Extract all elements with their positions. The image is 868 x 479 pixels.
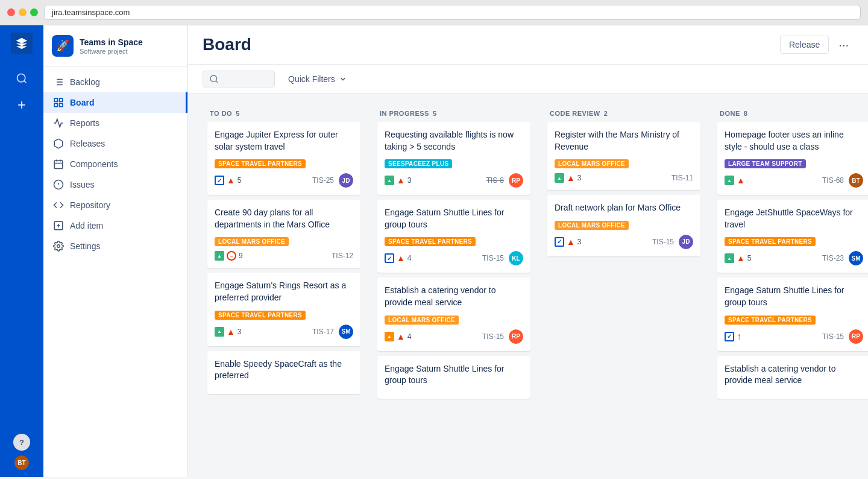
sidebar-item-releases[interactable]: Releases	[43, 133, 187, 154]
card-icons: 9	[215, 251, 243, 261]
header-actions: Release ···	[780, 36, 854, 54]
sidebar-item-reports[interactable]: Reports	[43, 113, 187, 133]
card-tis15c[interactable]: Draft network plan for Mars Office LOCAL…	[547, 195, 700, 256]
assignee-avatar: RP	[509, 329, 523, 344]
column-inprogress: IN PROGRESS 5 Requesting available fligh…	[373, 104, 535, 468]
card-label: LOCAL MARS OFFICE	[215, 237, 289, 246]
card-title: Draft network plan for Mars Office	[555, 202, 693, 214]
card-footer: ▲ 3 TIS-8 RP	[385, 173, 523, 188]
column-done: DONE 8 Homepage footer uses an inline st…	[712, 104, 868, 468]
column-count-inprogress: 5	[433, 110, 436, 117]
maximize-button[interactable]	[30, 8, 38, 16]
sidebar-item-repository[interactable]: Repository	[43, 195, 187, 215]
story-points: 5	[747, 254, 752, 262]
priority-up-icon: ↑	[737, 331, 741, 342]
sidebar-item-settings[interactable]: Settings	[43, 236, 187, 256]
ticket-id: TIS-15	[652, 238, 674, 246]
sidebar-item-board[interactable]: Board	[43, 92, 187, 113]
sidebar-item-add-item[interactable]: Add item	[43, 215, 187, 236]
help-button[interactable]: ?	[13, 434, 30, 451]
app-logo[interactable]	[11, 33, 33, 54]
card-footer: ▲ 5 TIS-23 SM	[725, 251, 863, 265]
svg-rect-11	[60, 104, 63, 107]
card-icons: ▲ 3	[385, 176, 412, 185]
column-count-todo: 5	[236, 110, 239, 117]
story-points: 3	[577, 174, 582, 182]
card-tis15a[interactable]: Engage Saturn Shuttle Lines for group to…	[377, 200, 530, 273]
quick-filters-button[interactable]: Quick Filters	[282, 71, 353, 87]
more-options-button[interactable]: ···	[834, 36, 854, 54]
card-footer: ▲ 4 TIS-15 RP	[385, 329, 523, 344]
story-icon	[385, 332, 394, 341]
chevron-down-icon	[339, 75, 347, 83]
card-shuttle2[interactable]: Engage Saturn Shuttle Lines for group to…	[377, 356, 530, 399]
sidebar-item-issues[interactable]: Issues	[43, 174, 187, 195]
sidebar-label-components: Components	[70, 159, 118, 169]
column-count-codereview: 2	[604, 110, 608, 117]
user-avatar[interactable]: BT	[14, 455, 29, 470]
board-container: TO DO 5 Engage Jupiter Express for outer…	[188, 94, 868, 477]
checkbox-icon	[215, 176, 224, 185]
card-catering2[interactable]: Establish a catering vendor to provide m…	[717, 356, 868, 399]
card-speedy[interactable]: Enable Speedy SpaceCraft as the preferre…	[207, 351, 360, 394]
card-meta: TIS-25 JD	[312, 173, 353, 188]
column-todo: TO DO 5 Engage Jupiter Express for outer…	[203, 104, 365, 468]
card-tis23[interactable]: Engage JetShuttle SpaceWays for travel S…	[717, 200, 868, 273]
story-icon	[385, 176, 394, 185]
card-tis25[interactable]: Engage Jupiter Express for outer solar s…	[207, 122, 360, 195]
column-header-inprogress: IN PROGRESS 5	[373, 104, 535, 122]
sidebar-item-backlog[interactable]: Backlog	[43, 72, 187, 92]
card-tis12[interactable]: Create 90 day plans for all departments …	[207, 200, 360, 268]
rail-add[interactable]	[10, 93, 34, 117]
assignee-avatar: BT	[849, 173, 863, 188]
card-title: Engage JetShuttle SpaceWays for travel	[725, 207, 863, 230]
close-button[interactable]	[7, 8, 15, 16]
traffic-lights	[7, 8, 38, 16]
card-tis8[interactable]: Requesting available flights is now taki…	[377, 122, 530, 195]
priority-high-icon: ▲	[227, 176, 235, 185]
ticket-id: TIS-17	[312, 328, 334, 336]
svg-point-24	[210, 75, 217, 82]
card-icons: ↑	[725, 331, 741, 342]
address-bar[interactable]: jira.teamsinspace.com	[44, 5, 861, 20]
card-meta: TIS-15 RP	[822, 329, 863, 344]
sidebar-item-components[interactable]: Components	[43, 154, 187, 174]
column-title-todo: TO DO	[210, 110, 232, 117]
minimize-button[interactable]	[19, 8, 27, 16]
card-tis15d[interactable]: Engage Saturn Shuttle Lines for group to…	[717, 278, 868, 351]
checkbox-icon	[555, 237, 564, 247]
rail-bottom: ? BT	[13, 434, 30, 477]
card-tis11[interactable]: Register with the Mars Ministry of Reven…	[547, 122, 700, 190]
page-title: Board	[203, 35, 251, 54]
sidebar-nav: Backlog Board Reports Releases Component…	[43, 67, 187, 261]
card-footer: ▲ 4 TIS-15 KL	[385, 251, 523, 265]
svg-rect-9	[54, 98, 57, 101]
card-title: Enable Speedy SpaceCraft as the preferre…	[215, 358, 353, 382]
card-tis15b[interactable]: Establish a catering vendor to provide m…	[377, 278, 530, 351]
svg-rect-13	[54, 160, 63, 169]
release-button[interactable]: Release	[780, 36, 829, 54]
story-icon	[215, 251, 224, 261]
card-tis68[interactable]: Homepage footer uses an inline style - s…	[717, 122, 868, 195]
svg-rect-12	[54, 104, 57, 107]
card-icons: ▲ 3	[215, 327, 242, 337]
sidebar-label-releases: Releases	[70, 139, 105, 148]
search-icon	[209, 74, 219, 84]
card-icons: ▲ 5	[215, 176, 242, 185]
column-count-done: 8	[744, 110, 747, 117]
story-points: 3	[577, 238, 582, 246]
card-meta: TIS-68 BT	[822, 173, 863, 188]
card-title: Engage Saturn's Rings Resort as a prefer…	[215, 280, 353, 303]
card-meta: TIS-15 JD	[652, 235, 693, 249]
search-box[interactable]	[203, 71, 275, 87]
card-meta: TIS-12	[332, 252, 353, 260]
card-meta: TIS-17 SM	[312, 325, 353, 339]
story-points: 5	[237, 176, 242, 185]
assignee-avatar: SM	[849, 251, 863, 265]
card-tis17[interactable]: Engage Saturn's Rings Resort as a prefer…	[207, 273, 360, 346]
card-label: LOCAL MARS OFFICE	[555, 159, 629, 168]
rail-search[interactable]	[10, 66, 34, 90]
story-points: 4	[407, 332, 412, 341]
column-cards-done: Homepage footer uses an inline style - s…	[712, 122, 868, 468]
card-icons: ▲	[725, 176, 745, 185]
